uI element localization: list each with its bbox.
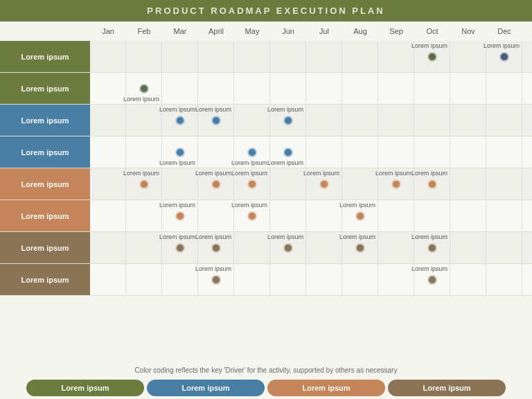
month-label-oct: Oct [414,27,450,35]
milestone-label: Lorem ipsum [159,233,195,240]
month-label-nov: Nov [450,27,486,35]
milestone-dot [247,179,257,189]
milestone-label: Lorem ipsum [267,233,303,240]
months-row: JanFebMarAprilMayJunJulAugSepOctNovDec [90,21,532,41]
milestone-dot [427,275,437,285]
milestone-dot [391,179,401,189]
gantt-row: Lorem ipsumLorem ipsumLorem ipsumLorem i… [0,136,532,168]
row-content: Lorem ipsumLorem ipsumLorem ipsumLorem i… [90,232,532,263]
milestone-label: Lorem ipsum [411,265,447,272]
milestone-dot [139,179,149,189]
month-label-feb: Feb [126,27,162,35]
row-label: Lorem ipsum [0,105,90,136]
month-label-sep: Sep [378,27,414,35]
grid-lines [90,200,532,231]
month-label-dec: Dec [486,27,522,35]
milestone-label: Lorem ipsum [231,202,267,209]
milestone-label: Lorem ipsum [411,233,447,240]
milestone-dot [247,211,257,221]
footer-pill: Lorem ipsum [267,380,385,396]
row-label: Lorem ipsum [0,264,90,295]
gantt-row: Lorem ipsumLorem ipsumLorem ipsumLorem i… [0,232,532,264]
gantt-row: Lorem ipsumLorem ipsumLorem ipsumLorem i… [0,105,532,136]
milestone-dot [499,52,509,62]
month-label-mar: Mar [162,27,198,35]
gantt-body: Lorem ipsumLorem ipsumLorem ipsumLorem i… [0,41,532,366]
row-content: Lorem ipsumLorem ipsum [90,41,532,72]
milestone-label: Lorem ipsum [411,42,447,49]
milestone-dot [211,179,221,189]
month-label-jul: Jul [306,27,342,35]
month-label-may: May [234,27,270,35]
milestone-label: Lorem ipsum [231,159,267,166]
row-content: Lorem ipsumLorem ipsumLorem ipsum [90,136,532,168]
footer-pill: Lorem ipsum [26,380,144,396]
milestone-dot [355,243,365,253]
milestone-dot [175,243,185,253]
milestone-label: Lorem ipsum [267,159,303,166]
row-label: Lorem ipsum [0,232,90,263]
month-label-aug: Aug [342,27,378,35]
gantt-row: Lorem ipsumLorem ipsumLorem ipsum [0,41,532,73]
milestone-label: Lorem ipsum [123,96,159,103]
grid-lines [90,232,532,263]
month-label-jun: Jun [270,27,306,35]
page: PRODUCT ROADMAP EXECUTION PLAN JanFebMar… [0,0,532,399]
milestone-label: Lorem ipsum [303,170,339,177]
milestone-label: Lorem ipsum [339,233,375,240]
row-content: Lorem ipsumLorem ipsumLorem ipsum [90,105,532,136]
milestone-label: Lorem ipsum [123,170,159,177]
milestone-dot [283,116,293,125]
footer-pill: Lorem ipsum [147,380,265,396]
milestone-dot [139,84,149,94]
row-label: Lorem ipsum [0,136,90,168]
milestone-dot [211,243,221,253]
milestone-label: Lorem ipsum [267,106,303,113]
legend-text: Color coding reflects the key 'Driver' f… [0,366,532,374]
milestone-label: Lorem ipsum [195,106,231,113]
row-label: Lorem ipsum [0,200,90,231]
milestone-dot [211,116,221,125]
milestone-label: Lorem ipsum [159,159,195,166]
milestone-dot [247,148,257,157]
month-label-april: April [198,27,234,35]
gantt-row: Lorem ipsumLorem ipsum [0,73,532,105]
grid-lines [90,136,532,168]
grid-lines [90,264,532,295]
grid-lines [90,41,532,72]
milestone-dot [175,116,185,125]
milestone-dot [427,52,437,62]
page-title: PRODUCT ROADMAP EXECUTION PLAN [0,0,532,21]
milestone-label: Lorem ipsum [411,170,447,177]
row-label: Lorem ipsum [0,168,90,200]
row-content: Lorem ipsumLorem ipsum [90,264,532,295]
milestone-dot [319,179,329,189]
footer-row: Lorem ipsumLorem ipsumLorem ipsumLorem i… [0,377,532,399]
milestone-label: Lorem ipsum [484,42,520,49]
gantt-row: Lorem ipsumLorem ipsumLorem ipsum [0,264,532,296]
milestone-dot [283,243,293,253]
milestone-dot [427,243,437,253]
milestone-dot [211,275,221,285]
milestone-label: Lorem ipsum [195,265,231,272]
month-label-jan: Jan [90,27,126,35]
footer-pill: Lorem ipsum [388,380,506,396]
gantt-row: Lorem ipsumLorem ipsumLorem ipsumLorem i… [0,200,532,232]
milestone-dot [355,211,365,221]
milestone-label: Lorem ipsum [195,233,231,240]
gantt-row: Lorem ipsumLorem ipsumLorem ipsumLorem i… [0,168,532,200]
milestone-label: Lorem ipsum [375,170,411,177]
milestone-label: Lorem ipsum [195,170,231,177]
row-content: Lorem ipsumLorem ipsumLorem ipsumLorem i… [90,168,532,200]
row-content: Lorem ipsum [90,73,532,104]
milestone-label: Lorem ipsum [339,202,375,209]
row-content: Lorem ipsumLorem ipsumLorem ipsum [90,200,532,231]
gantt-container: JanFebMarAprilMayJunJulAugSepOctNovDec L… [0,21,532,366]
row-label: Lorem ipsum [0,41,90,72]
milestone-dot [283,148,293,157]
milestone-dot [175,148,185,157]
milestone-dot [427,179,437,189]
milestone-label: Lorem ipsum [231,170,267,177]
milestone-label: Lorem ipsum [159,106,195,113]
milestone-dot [175,211,185,221]
